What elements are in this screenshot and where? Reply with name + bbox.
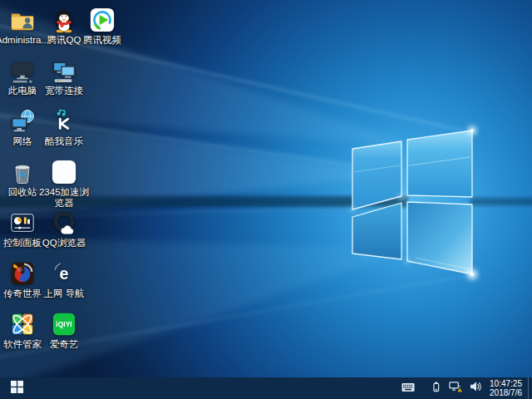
desktop-icon-browser-2345[interactable]: e2345加速浏览器 (35, 159, 93, 209)
tray-usb-device-button[interactable] (426, 377, 446, 399)
desktop-icon-grid: Administra...腾讯QQ腾讯视频此电脑宽带连接网络酷我音乐回收站e23… (0, 0, 532, 377)
software-manager-icon (9, 311, 36, 337)
desktop-icon-kuwo-music[interactable]: 酷我音乐 (35, 108, 93, 147)
kuwo-music-icon (51, 108, 77, 135)
tencent-video-icon (89, 7, 116, 33)
clock-date: 2018/7/6 (490, 388, 522, 398)
volume-icon (470, 381, 482, 396)
broadband-icon (51, 57, 77, 84)
desktop-icon-iqiyi[interactable]: iQIYI爱奇艺 (35, 311, 93, 350)
control-panel-icon (9, 209, 36, 236)
touch-keyboard-icon (401, 381, 415, 396)
system-tray (398, 377, 485, 399)
icon-label: 腾讯视频 (83, 35, 121, 46)
icon-label: 2345加速浏览器 (36, 187, 92, 209)
network-warning-icon (449, 381, 462, 396)
icon-label: 爱奇艺 (50, 339, 79, 350)
browser-2345-icon: e (51, 159, 77, 185)
taskbar: 10:47:25 2018/7/6 (0, 377, 532, 399)
desktop: e e iQIYI Administra...腾讯QQ腾讯视频此电脑宽带连接网络… (0, 0, 532, 399)
legend-world-icon (9, 260, 36, 287)
icon-label: 此电脑 (8, 86, 37, 96)
taskbar-clock[interactable]: 10:47:25 2018/7/6 (485, 377, 528, 399)
network-icon (9, 108, 36, 135)
tray-touch-keyboard-button[interactable] (398, 377, 418, 399)
svg-text:e: e (60, 264, 69, 283)
clock-time: 10:47:25 (490, 379, 522, 389)
recycle-bin-icon (9, 159, 36, 185)
qq-browser-icon (51, 209, 77, 236)
desktop-icon-qq-browser[interactable]: QQ浏览器 (35, 209, 93, 249)
icon-label: 上网 导航 (43, 288, 84, 299)
desktop-icon-broadband[interactable]: 宽带连接 (35, 57, 93, 96)
start-button[interactable] (0, 377, 33, 399)
show-desktop-button[interactable] (528, 377, 532, 399)
icon-label: 网络 (13, 136, 32, 147)
icon-label: 酷我音乐 (45, 136, 83, 147)
svg-text:iQIYI: iQIYI (56, 320, 71, 328)
this-pc-icon (9, 57, 36, 84)
desktop-icon-tencent-video[interactable]: 腾讯视频 (73, 7, 131, 46)
web-nav-icon: e (51, 260, 77, 287)
iqiyi-icon: iQIYI (51, 311, 77, 337)
svg-text:e: e (61, 165, 68, 180)
icon-label: 回收站 (8, 187, 37, 198)
icon-label: 宽带连接 (45, 86, 83, 96)
tray-volume-button[interactable] (466, 377, 485, 399)
usb-device-icon (431, 381, 441, 396)
user-folder-icon (9, 7, 36, 33)
windows-logo-icon (11, 381, 23, 397)
tray-network-warning-button[interactable] (446, 377, 466, 399)
desktop-icon-web-nav[interactable]: e上网 导航 (35, 260, 93, 299)
icon-label: QQ浏览器 (42, 238, 86, 249)
